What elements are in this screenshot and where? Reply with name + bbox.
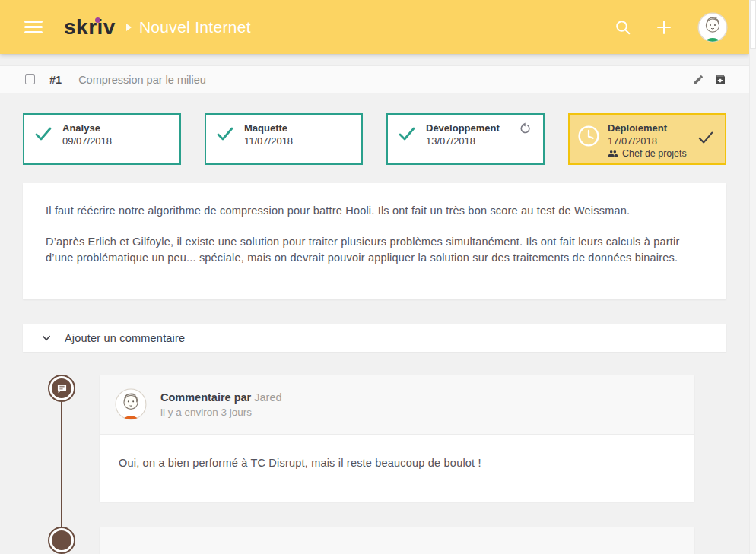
add-comment-label: Ajouter un commentaire: [65, 332, 185, 344]
menu-icon[interactable]: [24, 17, 43, 37]
stage-name: Déploiement: [608, 122, 687, 135]
app-logo-text: skriv: [64, 15, 116, 39]
task-checkbox[interactable]: [25, 74, 35, 84]
stage-name: Développement: [426, 122, 500, 135]
logo-dot-icon: [95, 17, 100, 23]
chevron-down-icon: [42, 334, 51, 342]
comment-card: [100, 527, 694, 554]
scrollbar[interactable]: [749, 0, 756, 554]
comment-title: Commentaire par Jared: [160, 391, 282, 404]
add-icon[interactable]: [655, 18, 673, 36]
app-logo[interactable]: skriv: [64, 17, 116, 38]
task-id: #1: [49, 74, 62, 86]
search-icon[interactable]: [614, 18, 632, 36]
check-icon: [216, 125, 234, 142]
comment-title-prefix: Commentaire par: [160, 391, 251, 404]
comment-header: Commentaire par Jared il y a environ 3 j…: [100, 375, 694, 435]
edit-icon[interactable]: [692, 74, 704, 86]
scrollbar-thumb[interactable]: [750, 0, 756, 49]
team-icon: [608, 148, 618, 159]
stage-date: 17/07/2018: [608, 135, 687, 147]
stage-card-deploiement[interactable]: Déploiement 17/07/2018 Chef de projets: [568, 113, 726, 165]
archive-icon[interactable]: [714, 74, 726, 86]
stage-card-maquette[interactable]: Maquette 11/07/2018: [205, 113, 363, 165]
timeline-node: [48, 375, 75, 402]
comment-author: Jared: [254, 391, 281, 404]
stage-date: 09/07/2018: [62, 135, 112, 147]
stage-date: 11/07/2018: [244, 135, 293, 147]
comment-header: [100, 527, 694, 554]
stage-card-developpement[interactable]: Développement 13/07/2018: [386, 113, 545, 165]
commenter-avatar: [115, 388, 147, 420]
refresh-icon[interactable]: [519, 122, 532, 135]
add-comment-toggle[interactable]: Ajouter un commentaire: [23, 324, 726, 352]
description-paragraph: D’après Erlich et Gilfoyle, il existe un…: [46, 234, 702, 266]
check-icon: [34, 125, 52, 142]
comment-timestamp: il y a environ 3 jours: [160, 407, 282, 418]
page: skriv Nouvel Internet: [0, 0, 749, 554]
task-description: Il faut réécrire notre algorithme de com…: [23, 183, 726, 299]
clock-icon: [577, 125, 600, 147]
stage-name: Analyse: [62, 122, 112, 135]
breadcrumb-arrow-icon: [126, 24, 132, 31]
breadcrumb[interactable]: Nouvel Internet: [139, 18, 251, 36]
app-header: skriv Nouvel Internet: [0, 0, 749, 54]
stage-card-analyse[interactable]: Analyse 09/07/2018: [23, 113, 181, 165]
comment-bubble-icon: [57, 384, 67, 394]
stage-role-label: Chef de projets: [622, 147, 687, 160]
timeline-node: [48, 527, 75, 554]
check-icon[interactable]: [697, 130, 714, 145]
stages-row: Analyse 09/07/2018 Maquette 11/07/2018: [23, 113, 726, 165]
task-title: Compression par le milieu: [78, 74, 206, 86]
stage-date: 13/07/2018: [426, 135, 500, 147]
user-avatar[interactable]: [697, 12, 728, 43]
check-icon: [398, 125, 416, 142]
task-bar: #1 Compression par le milieu: [0, 65, 749, 93]
description-paragraph: Il faut réécrire notre algorithme de com…: [46, 203, 702, 219]
timeline-line: [61, 388, 62, 539]
comment-timeline: Commentaire par Jared il y a environ 3 j…: [0, 352, 749, 539]
stage-name: Maquette: [244, 122, 293, 135]
comment-card: Commentaire par Jared il y a environ 3 j…: [100, 375, 694, 502]
comment-body: Oui, on a bien performé à TC Disrupt, ma…: [100, 435, 694, 502]
